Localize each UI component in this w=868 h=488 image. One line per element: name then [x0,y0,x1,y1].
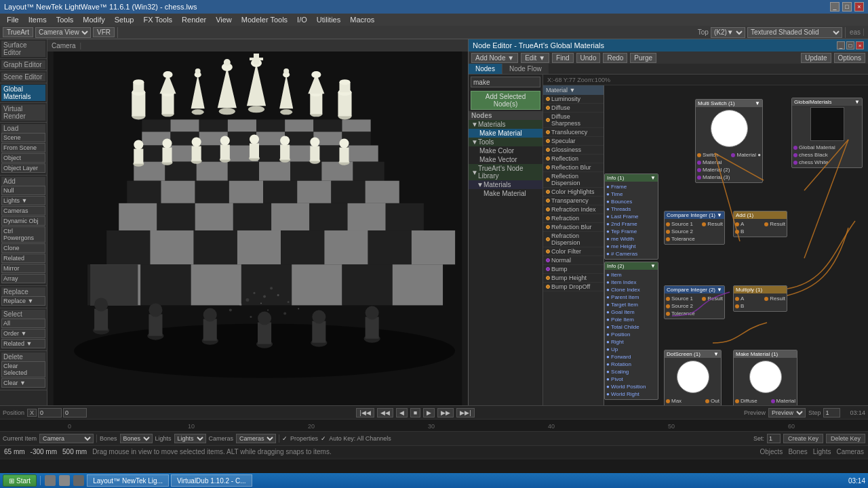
add-dynamic-obj-btn[interactable]: Dynamic Obj [1,216,45,226]
camera-select[interactable]: (K2)▼ [711,27,745,38]
global-materials-dropdown[interactable]: ▼ [854,99,860,105]
step-input[interactable] [823,408,840,418]
multiply1-node[interactable]: Multiply (1) A Result B [733,285,787,312]
dotscreen1-dropdown[interactable]: ▼ [713,351,719,357]
taskbar-item-virtualdub[interactable]: VirtualDub 1.10.2 - C... [171,474,252,487]
dotscreen1-node[interactable]: DotScreen (1) ▼ Max Out [664,350,722,405]
ne-edit-btn[interactable]: Edit ▼ [521,53,549,63]
menu-items[interactable]: Items [24,15,51,24]
menu-setup[interactable]: Setup [111,15,138,24]
add-array-btn[interactable]: Array [1,274,45,283]
add-mirror-btn[interactable]: Mirror [1,264,45,273]
play-step-back-btn[interactable]: ◀ [396,408,408,418]
play-prev-btn[interactable]: ◀◀ [377,408,393,418]
ne-close-btn[interactable]: × [856,41,864,49]
menu-tools[interactable]: Tools [52,15,78,24]
graph-editor-btn[interactable]: Graph Editor [1,60,45,69]
compare-int2-dropdown[interactable]: ▼ [717,287,722,293]
menu-macros[interactable]: Macros [346,15,378,24]
node-search-input[interactable] [471,77,540,87]
virtual-render-btn[interactable]: Virtual Render [1,104,45,121]
ne-undo-btn[interactable]: Undo [576,53,601,63]
ne-maximize-btn[interactable]: □ [846,41,854,49]
select-all-btn[interactable]: All [1,319,45,328]
ne-redo-btn[interactable]: Redo [603,53,627,63]
bones-select[interactable]: Bones [120,434,153,443]
taskbar-icon-2[interactable] [59,475,70,486]
create-key-btn[interactable]: Create Key [783,434,823,443]
menu-modify[interactable]: Modify [79,15,108,24]
add-ctrl-powergons-btn[interactable]: Ctrl Powergons [1,226,45,243]
add-selected-nodes-btn[interactable]: Add Selected Node(s) [471,91,540,110]
tree-make-material-item[interactable]: Make Material [469,129,542,138]
taskbar-item-layout[interactable]: Layout™ NewTek Lig... [87,474,169,487]
window-controls[interactable]: _ □ × [830,2,864,12]
make-material1-node[interactable]: Make Material (1) Diffuse Material [733,350,797,405]
set-input[interactable] [767,434,781,443]
tab-node-flow[interactable]: Node Flow [502,64,549,74]
play-step-fwd-btn[interactable]: ▶ [423,408,435,418]
camera-view-select[interactable]: Camera View [35,27,91,38]
load-scene-btn[interactable]: Scene [1,133,45,142]
load-from-scene-btn[interactable]: From Scene [1,143,45,152]
tree-trueart-library-folder[interactable]: ▼ TrueArt's Node Library [469,164,542,180]
play-start-btn[interactable]: |◀◀ [356,408,374,418]
play-next-btn[interactable]: ▶▶ [437,408,454,418]
menu-fxtools[interactable]: FX Tools [139,15,176,24]
info1-dropdown[interactable]: ▼ [650,175,656,181]
toolbar-trueart[interactable]: TrueArt [3,27,33,37]
delete-key-btn[interactable]: Delete Key [826,434,865,443]
tree-tools-folder[interactable]: ▼ Tools [469,138,542,146]
compare-int1-dropdown[interactable]: ▼ [717,212,722,218]
node-diagram-area[interactable]: Info (1) ▼ ● Frame ● Time ● Bounces ● Th… [604,85,868,405]
ne-update-btn[interactable]: Update [801,53,831,63]
add-clone-btn[interactable]: Clone [1,243,45,253]
tree-trueart-materials-sub[interactable]: ▼ Materials [469,180,542,189]
preview-type-select[interactable]: Preview [768,408,806,418]
menu-utilities[interactable]: Utilities [313,15,344,24]
toolbar-vfr[interactable]: VFR [93,27,115,37]
maximize-button[interactable]: □ [842,2,852,12]
multiswitch1-node[interactable]: Multi Switch (1) ▼ Switch Material ● [695,99,763,183]
ne-purge-btn[interactable]: Purge [630,53,656,63]
menu-file[interactable]: File [3,15,23,24]
viewport-canvas[interactable] [47,52,468,405]
close-button[interactable]: × [854,2,864,12]
menu-view[interactable]: View [212,15,236,24]
add1-node[interactable]: Add (1) A Result B [733,211,787,237]
lights-select[interactable]: Lights [174,434,206,443]
pos-x-input[interactable] [38,408,62,418]
cameras-select[interactable]: Cameras [236,434,276,443]
select-related-btn[interactable]: Related ▼ [1,339,45,348]
scene-editor-btn[interactable]: Scene Editor [1,73,45,81]
ne-find-btn[interactable]: Find [552,53,573,63]
menu-render[interactable]: Render [178,15,210,24]
tree-make-vector-item[interactable]: Make Vector [469,155,542,164]
replace-btn[interactable]: Replace ▼ [1,296,45,306]
taskbar-icon-1[interactable] [45,475,56,486]
start-button[interactable]: ⊞ Start [3,474,37,487]
add-related-btn[interactable]: Related [1,253,45,263]
add-lights-btn[interactable]: Lights ▼ [1,196,45,205]
multiswitch1-dropdown[interactable]: ▼ [755,100,760,106]
play-end-btn[interactable]: ▶▶| [456,408,474,418]
ne-add-node-btn[interactable]: Add Node ▼ [471,53,518,63]
node-canvas[interactable]: X:-68 Y:77 Zoom:100% Material ▼ Luminosi… [543,75,868,405]
global-materials-node[interactable]: GlobalMaterials ▼ Global Material [791,98,863,168]
info2-dropdown[interactable]: ▼ [650,263,656,269]
menu-io[interactable]: I/O [293,15,311,24]
menu-modelertools[interactable]: Modeler Tools [237,15,292,24]
stop-btn[interactable]: ■ [410,408,420,418]
info1-node[interactable]: Info (1) ▼ ● Frame ● Time ● Bounces ● Th… [604,174,658,260]
shading-select[interactable]: Textured Shaded Solid [747,27,842,38]
tab-nodes[interactable]: Nodes [469,64,502,74]
tree-materials-folder[interactable]: ▼ Materials [469,120,542,129]
compare-int1-node[interactable]: Compare Integer (1) ▼ Source 1 Result [664,211,725,245]
taskbar-icon-3[interactable] [73,475,84,486]
load-object-btn[interactable]: Object [1,153,45,163]
minimize-button[interactable]: _ [830,2,840,12]
node-editor-controls[interactable]: _ □ × [837,41,864,49]
delete-clear-btn[interactable]: Clear ▼ [1,378,45,388]
global-materials-btn[interactable]: Global Materials [1,85,45,101]
add-cameras-btn[interactable]: Cameras [1,206,45,216]
